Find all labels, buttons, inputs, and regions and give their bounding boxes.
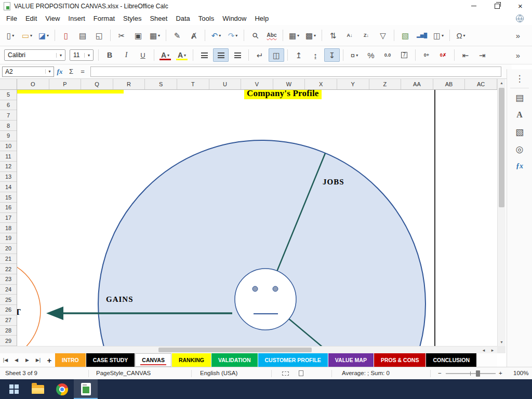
column-header-v[interactable]: V	[241, 79, 273, 89]
format-number-button[interactable]: 0.0	[380, 48, 395, 62]
row-header-26[interactable]: 26	[0, 305, 17, 315]
menu-view[interactable]: View	[41, 13, 64, 24]
column-header-ab[interactable]: AB	[433, 79, 466, 89]
zoom-level-label[interactable]: 100%	[513, 367, 528, 379]
sheet-tab-case-study[interactable]: CASE STUDY	[86, 353, 135, 367]
title-highlight[interactable]: Company's Profile	[244, 90, 322, 99]
row-header-19[interactable]: 19	[0, 233, 17, 244]
row-header-8[interactable]: 8	[0, 121, 17, 131]
row-header-5[interactable]: 5	[0, 90, 17, 100]
minimize-button[interactable]	[462, 0, 485, 12]
function-wizard-button[interactable]: fx	[54, 66, 65, 77]
zoom-in-button[interactable]: +	[499, 367, 502, 379]
menu-window[interactable]: Window	[218, 13, 250, 24]
center-vertically-button[interactable]: ↨	[308, 48, 323, 62]
file-explorer-button[interactable]	[26, 379, 50, 399]
chevron-down-icon[interactable]: ▾	[84, 53, 93, 58]
row-header-15[interactable]: 15	[0, 192, 17, 203]
export-pdf-button[interactable]: ▯	[58, 29, 74, 42]
insert-special-character-button[interactable]: Ω▾	[453, 29, 469, 42]
add-decimal-place-button[interactable]: 0+	[419, 48, 434, 62]
properties-deck-button[interactable]: ▤	[512, 90, 527, 105]
vertical-scrollbar[interactable]: ▲ ▼	[497, 79, 506, 346]
row-header-17[interactable]: 17	[0, 213, 17, 223]
menu-sheet[interactable]: Sheet	[145, 13, 171, 24]
autofilter-button[interactable]: ▽	[375, 29, 391, 42]
font-color-button[interactable]: A▾	[157, 48, 173, 62]
row-header-16[interactable]: 16	[0, 203, 17, 213]
add-sheet-button[interactable]: +	[44, 353, 55, 367]
menu-styles[interactable]: Styles	[119, 13, 145, 24]
toolbar-overflow-button[interactable]: »	[510, 29, 526, 42]
scroll-right-button[interactable]: ▸	[488, 347, 497, 353]
cut-button[interactable]: ✂	[114, 29, 129, 42]
row-header-27[interactable]: 27	[0, 315, 17, 326]
menu-edit[interactable]: Edit	[21, 13, 41, 24]
menu-format[interactable]: Format	[89, 13, 119, 24]
spelling-button[interactable]: Abc	[264, 29, 280, 42]
copy-button[interactable]: ▣	[130, 29, 146, 42]
selection-mode-icon[interactable]	[282, 371, 289, 376]
align-top-button[interactable]: ↥	[291, 48, 307, 62]
row-header-12[interactable]: 12	[0, 162, 17, 172]
open-file-button[interactable]: ▭▾	[19, 29, 35, 42]
freeze-panes-button[interactable]: ◫▾	[431, 29, 446, 42]
menu-data[interactable]: Data	[171, 13, 194, 24]
select-all-corner[interactable]	[0, 79, 17, 90]
column-header-w[interactable]: W	[273, 79, 305, 89]
sum-button[interactable]: Σ	[65, 66, 77, 77]
highlighting-color-button[interactable]: A▾	[174, 48, 190, 62]
row-header-7[interactable]: 7	[0, 110, 17, 121]
chevron-down-icon[interactable]: ▾	[56, 53, 65, 58]
align-bottom-button[interactable]: ↧	[324, 48, 340, 62]
sheet-tab-canvas[interactable]: CANVAS	[135, 353, 171, 367]
font-name-combo[interactable]: Calibri▾	[4, 49, 65, 61]
sheet-tab-customer-profile[interactable]: CUSTOMER PROFILE	[258, 353, 328, 367]
find-replace-button[interactable]: ⚲	[247, 29, 263, 42]
globe-icon[interactable]	[516, 15, 524, 22]
column-header-aa[interactable]: AA	[401, 79, 433, 89]
align-right-button[interactable]	[230, 48, 245, 62]
zoom-slider-track[interactable]	[446, 373, 496, 374]
styles-deck-button[interactable]: A	[512, 107, 527, 123]
average-sum-label[interactable]: Average: ; Sum: 0	[342, 367, 390, 379]
sheet-canvas[interactable]: Company's Profile JOBS GAINS T	[17, 90, 497, 346]
increase-indent-button[interactable]: ⇥	[474, 48, 490, 62]
undo-button[interactable]: ↶▾	[208, 29, 224, 42]
menu-file[interactable]: File	[2, 13, 21, 24]
column-header-p[interactable]: P	[49, 79, 82, 89]
column-header-y[interactable]: Y	[337, 79, 369, 89]
merge-cells-button[interactable]: ◫	[269, 48, 284, 62]
row-header-18[interactable]: 18	[0, 223, 17, 233]
bold-button[interactable]: B	[102, 48, 117, 62]
insert-image-button[interactable]: ▧	[397, 29, 413, 42]
libreoffice-calc-button[interactable]	[74, 379, 98, 399]
start-button[interactable]	[2, 379, 26, 399]
sort-descending-button[interactable]: Z↓	[358, 29, 374, 42]
gains-arrow-head[interactable]	[46, 307, 63, 320]
scroll-down-button[interactable]: ▼	[498, 338, 506, 346]
scroll-left-button[interactable]: ◂	[480, 347, 488, 353]
row-header-9[interactable]: 9	[0, 131, 17, 141]
column-header-ac[interactable]: AC	[465, 79, 497, 89]
new-document-button[interactable]: ▯▾	[3, 29, 18, 42]
formula-button[interactable]: =	[77, 66, 88, 77]
menu-help[interactable]: Help	[250, 13, 273, 24]
customer-face[interactable]	[235, 269, 296, 330]
last-sheet-button[interactable]: ▶|	[33, 353, 44, 367]
menu-tools[interactable]: Tools	[194, 13, 218, 24]
navigator-deck-button[interactable]: ◎	[512, 141, 527, 157]
gallery-deck-button[interactable]: ▧	[512, 124, 527, 140]
insert-chart-button[interactable]: ▂▅█	[414, 29, 430, 42]
redo-button[interactable]: ↷▾	[225, 29, 241, 42]
decrease-indent-button[interactable]: ⇤	[458, 48, 473, 62]
row-header-28[interactable]: 28	[0, 326, 17, 336]
jobs-label[interactable]: JOBS	[323, 178, 344, 187]
font-size-combo[interactable]: 11▾	[70, 49, 94, 61]
sheet-tab-ranking[interactable]: RANKING	[172, 353, 211, 367]
columns-menu-button[interactable]: ▩▾	[303, 29, 318, 42]
formula-input[interactable]	[90, 66, 501, 77]
sort-ascending-button[interactable]: A↓	[342, 29, 357, 42]
horizontal-scrollbar[interactable]: ◂ ▸	[0, 346, 497, 353]
column-header-q[interactable]: Q	[81, 79, 113, 89]
